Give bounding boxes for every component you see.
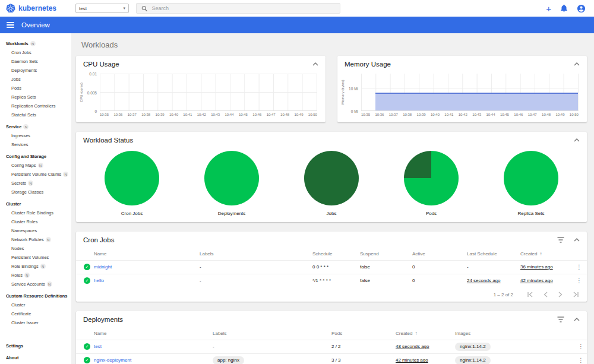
collapse-button[interactable] [574, 318, 580, 321]
x-axis-tick: 10:40 [431, 113, 440, 118]
workload-status-chart: Deployments [203, 151, 260, 216]
x-axis-tick: 10:36 [113, 113, 122, 118]
namespaced-badge: N [47, 281, 52, 287]
sidebar-item[interactable]: Replica Sets [0, 93, 71, 102]
sidebar-item[interactable]: Daemon Sets [0, 57, 71, 66]
card-title: Workload Status [83, 137, 133, 144]
sidebar-item[interactable]: Role Bindings N [0, 262, 71, 271]
previous-page-button[interactable] [544, 292, 548, 297]
sidebar-item[interactable]: Cluster Issuer [0, 318, 71, 327]
search-input[interactable] [151, 5, 335, 11]
cpu-usage-chart: CPU (cores) 0.010.0050 10:3510:3610:3710… [78, 74, 317, 118]
chevron-up-icon [312, 62, 318, 66]
deployment-link[interactable]: test [94, 344, 102, 349]
namespaced-badge: N [63, 172, 68, 177]
sidebar-item[interactable]: Cron Jobs [0, 48, 71, 57]
deployments-table: Name Labels Pods Created↑ Images ✓ test … [76, 328, 587, 364]
x-axis-tick: 10:49 [555, 113, 564, 118]
namespace-select[interactable]: test ▾ [75, 4, 129, 13]
collapse-button[interactable] [574, 62, 580, 66]
sidebar-item[interactable]: Cluster Role Bindings [0, 208, 71, 217]
sidebar-item[interactable]: Secrets N [0, 179, 71, 188]
account-button[interactable] [577, 4, 586, 13]
app-bar: Overview [0, 17, 594, 33]
deployment-link[interactable]: nginx-deployment [94, 357, 131, 363]
sidebar-item[interactable]: Stateful Sets [0, 110, 71, 119]
sidebar-item[interactable]: Workloads N [0, 39, 71, 48]
sidebar-item[interactable]: Ingresses [0, 131, 71, 140]
namespaced-badge: N [38, 163, 43, 168]
cron-job-link[interactable]: hello [94, 278, 104, 283]
sidebar-item[interactable]: Service Accounts N [0, 280, 71, 289]
collapse-button[interactable] [574, 138, 580, 142]
filter-button[interactable] [557, 316, 564, 322]
table-header-row: Name Labels Schedule Suspend Active Last… [76, 248, 587, 260]
sidebar-item[interactable]: Roles N [0, 271, 71, 280]
notifications-button[interactable] [560, 4, 568, 12]
x-axis-tick: 10:48 [280, 113, 289, 118]
sidebar-item[interactable]: Storage Classes [0, 188, 71, 197]
sidebar-item-label: Ingresses [11, 133, 30, 138]
sidebar-item-label: Service Accounts [11, 281, 45, 287]
x-axis-tick: 10:38 [403, 113, 412, 118]
column-header[interactable]: Active [412, 248, 467, 260]
sidebar-item[interactable]: Deployments [0, 66, 71, 75]
cron-job-link[interactable]: midnight [94, 264, 112, 270]
row-menu-button[interactable]: ⋮ [571, 260, 587, 274]
next-page-button[interactable] [558, 292, 563, 297]
last-page-button[interactable] [573, 292, 579, 297]
sidebar-item[interactable]: Services [0, 140, 71, 149]
row-menu-button[interactable]: ⋮ [571, 274, 587, 287]
menu-icon[interactable] [7, 22, 14, 28]
collapse-button[interactable] [312, 62, 318, 66]
sidebar-item[interactable]: Jobs [0, 75, 71, 84]
x-axis-ticks: 10:3510:3610:3710:3810:3910:4010:4110:42… [100, 111, 317, 118]
sidebar-item[interactable]: Settings [0, 341, 71, 350]
created-cell: 36 minutes ago [520, 264, 553, 270]
sidebar-item[interactable]: Replication Controllers [0, 102, 71, 110]
sidebar-item[interactable]: Network Policies N [0, 235, 71, 244]
sidebar-item-label: Cluster [6, 201, 21, 207]
x-axis-tick: 10:37 [128, 113, 137, 118]
create-button[interactable]: + [546, 4, 551, 13]
sidebar-item[interactable]: Nodes [0, 244, 71, 253]
row-menu-button[interactable]: ⋮ [575, 340, 587, 353]
sidebar-item[interactable]: Persistent Volume Claims N [0, 170, 71, 179]
sidebar-item[interactable]: Certificate [0, 309, 71, 318]
sidebar-item[interactable]: Persistent Volumes [0, 253, 71, 262]
column-header[interactable]: Labels [200, 248, 312, 260]
sidebar-item[interactable]: Namespaces [0, 226, 71, 235]
cpu-plot-area [100, 74, 317, 111]
column-header[interactable]: Name [94, 328, 213, 340]
sidebar-item[interactable]: Service N [0, 122, 71, 131]
page-header-title: Overview [21, 21, 50, 29]
column-header[interactable]: Name [94, 248, 200, 260]
column-header[interactable]: Last Schedule [467, 248, 520, 260]
labels-chip: - [213, 344, 214, 349]
sidebar-item[interactable]: Config Maps N [0, 161, 71, 170]
brand-name: kubernetes [18, 4, 56, 12]
column-header-sorted[interactable]: Created↑ [396, 328, 455, 340]
sort-ascending-icon: ↑ [415, 331, 417, 336]
column-header[interactable]: Labels [213, 328, 331, 340]
filter-button[interactable] [557, 237, 564, 243]
sidebar-item[interactable]: Cluster [0, 300, 71, 309]
workload-status-charts: Cron Jobs Deployments Jobs Pods [76, 148, 587, 216]
sidebar-item[interactable]: Cluster Roles [0, 217, 71, 226]
first-page-button[interactable] [527, 292, 533, 297]
column-header[interactable]: Schedule [312, 248, 360, 260]
cron-jobs-table: Name Labels Schedule Suspend Active Last… [76, 248, 587, 287]
collapse-button[interactable] [574, 238, 580, 242]
row-menu-button[interactable]: ⋮ [575, 353, 587, 364]
x-axis-tick: 10:39 [417, 113, 426, 118]
sidebar-item[interactable]: About [0, 353, 71, 362]
workload-pie [204, 151, 259, 205]
kubernetes-logo[interactable]: kubernetes [0, 4, 71, 13]
column-header[interactable]: Pods [331, 328, 396, 340]
column-header[interactable]: Images [455, 328, 575, 340]
search-bar[interactable] [136, 3, 340, 14]
column-header-sorted[interactable]: Created↑ [520, 248, 571, 260]
chevron-right-icon [558, 292, 563, 297]
sidebar-item[interactable]: Pods [0, 84, 71, 93]
column-header[interactable]: Suspend [360, 248, 412, 260]
